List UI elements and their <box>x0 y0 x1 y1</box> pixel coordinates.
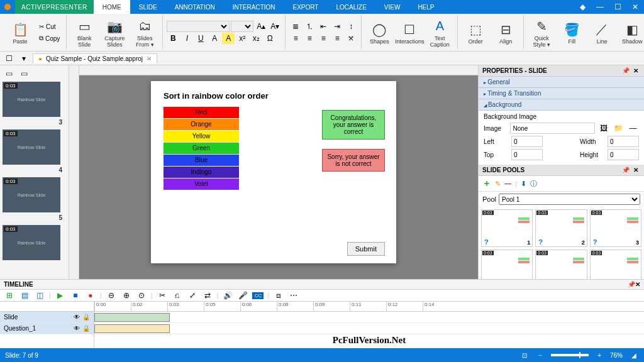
blank-slide-button[interactable]: ▭Blank Slide <box>70 16 98 49</box>
valign-icon[interactable]: ⤧ <box>345 33 357 44</box>
stop-icon[interactable]: ■ <box>70 291 81 300</box>
height-input[interactable] <box>608 149 639 160</box>
slide-thumb[interactable]: 0:03Rainbow Slide <box>3 177 60 212</box>
feedback-correct[interactable]: Congratulations, your answer is correct <box>322 110 385 140</box>
pool-thumb[interactable]: 0:03 ?4 <box>481 250 533 279</box>
eye-icon[interactable]: 👁 <box>74 325 80 332</box>
delete-pool-icon[interactable]: — <box>504 180 511 187</box>
color-item[interactable]: Red <box>164 107 239 118</box>
pin-icon[interactable]: 📌 <box>628 281 635 288</box>
snap-icon[interactable]: ⧈ <box>273 291 284 300</box>
capture-slides-button[interactable]: 📷Capture Slides <box>101 16 128 49</box>
left-input[interactable] <box>511 136 543 147</box>
slide-thumb[interactable]: 0:03Rainbow Slide <box>3 225 60 260</box>
bullets-icon[interactable]: ≣ <box>289 21 302 32</box>
copy-button[interactable]: ⧉Copy <box>36 33 62 44</box>
menu-localize[interactable]: LOCALIZE <box>327 0 375 14</box>
color-item[interactable]: Green <box>164 143 239 154</box>
question-clip[interactable] <box>94 324 170 333</box>
track-question[interactable]: Question_1👁🔒 <box>0 323 94 334</box>
font-family-select[interactable] <box>167 21 230 32</box>
zoom-in-icon[interactable]: ⊕ <box>121 291 132 300</box>
width-input[interactable] <box>608 136 639 147</box>
slides-from-button[interactable]: 🗂Slides From ▾ <box>131 16 158 49</box>
pool-thumb[interactable]: 0:03 ?5 <box>535 250 587 279</box>
tl-layers-icon[interactable]: ▤ <box>19 291 30 300</box>
pool-thumb[interactable]: 0:03 ?6 <box>590 250 641 279</box>
feedback-incorrect[interactable]: Sorry, your answer is not correct <box>322 149 385 172</box>
tl-range-icon[interactable]: ◫ <box>34 291 45 300</box>
minimize-icon[interactable]: — <box>591 0 609 14</box>
record-icon[interactable]: ● <box>85 291 96 300</box>
eye-icon[interactable]: 👁 <box>74 314 80 321</box>
zoom-out-icon[interactable]: ⊖ <box>106 291 117 300</box>
tl-add-icon[interactable]: ⊞ <box>4 291 15 300</box>
fill-button[interactable]: 🪣Fill <box>558 16 586 49</box>
tool2-icon[interactable]: ⤢ <box>187 291 198 300</box>
highlight-icon[interactable]: A <box>222 33 235 44</box>
menu-view[interactable]: VIEW <box>375 0 409 14</box>
maximize-icon[interactable]: ☐ <box>609 0 626 14</box>
order-button[interactable]: ⬚Order <box>462 16 489 49</box>
add-pool-icon[interactable]: ＋ <box>482 178 491 189</box>
shrink-font-icon[interactable]: A▾ <box>269 21 281 32</box>
line-spacing-icon[interactable]: ↕ <box>345 21 357 32</box>
color-item[interactable]: Indingo <box>164 167 239 178</box>
browse-image-icon[interactable]: 🖼 <box>597 123 609 134</box>
top-input[interactable] <box>511 149 543 160</box>
bold-icon[interactable]: B <box>167 33 179 44</box>
vol-icon[interactable]: 🔊 <box>222 291 233 300</box>
pool-select[interactable]: Pool 1 <box>499 194 640 205</box>
canvas-area[interactable]: Sort in rainbow color order RedOrangeYel… <box>69 65 478 279</box>
pool-thumb[interactable]: 0:03 ?2 <box>535 209 587 247</box>
numbering-icon[interactable]: ⒈ <box>303 21 316 32</box>
shapes-button[interactable]: ◯Shapes <box>365 16 393 49</box>
color-item[interactable]: Blue <box>164 155 239 166</box>
image-input[interactable] <box>510 123 595 134</box>
subscript-icon[interactable]: x₂ <box>250 33 262 44</box>
pin-icon[interactable]: 📌 <box>620 67 631 74</box>
cut-button[interactable]: ✂Cut <box>36 21 62 32</box>
indent-icon[interactable]: ⇥ <box>331 21 343 32</box>
section-background[interactable]: Background <box>479 99 644 111</box>
import-image-icon[interactable]: 📁 <box>613 123 625 134</box>
expand-icon[interactable]: ◢ <box>629 352 639 359</box>
slides-view-icon[interactable]: ▭ <box>3 68 15 79</box>
color-item[interactable]: Yellow <box>164 131 239 142</box>
edit-pool-icon[interactable]: ✎ <box>495 180 501 188</box>
section-timing[interactable]: Timing & Transition <box>479 88 644 99</box>
close-panel-icon[interactable]: ✕ <box>631 167 640 173</box>
justify-icon[interactable]: ≡ <box>331 33 343 44</box>
menu-home[interactable]: HOME <box>94 0 130 14</box>
menu-export[interactable]: EXPORT <box>284 0 328 14</box>
slide-thumb[interactable]: 0:03Rainbow Slide <box>3 82 60 117</box>
font-size-select[interactable] <box>231 21 253 32</box>
align-right-icon[interactable]: ≡ <box>317 33 330 44</box>
text-caption-button[interactable]: AText Caption <box>426 16 453 49</box>
close-tab-icon[interactable]: ✕ <box>147 55 152 62</box>
mic-icon[interactable]: 🎤 <box>237 291 248 300</box>
section-general[interactable]: General <box>479 77 644 88</box>
close-panel-icon[interactable]: ✕ <box>635 281 640 288</box>
new-doc-icon[interactable]: ☐ <box>3 53 15 64</box>
split-icon[interactable]: ✂ <box>157 291 168 300</box>
superscript-icon[interactable]: x² <box>236 33 248 44</box>
pool-thumb[interactable]: 0:03 ?3 <box>590 209 641 247</box>
grow-font-icon[interactable]: A▴ <box>255 21 267 32</box>
close-icon[interactable]: ✕ <box>626 0 644 14</box>
slide-clip[interactable] <box>94 313 170 322</box>
menu-annotation[interactable]: ANNOTATION <box>166 0 224 14</box>
style-toggle-icon[interactable]: ◆ <box>574 0 591 14</box>
submit-button[interactable]: Submit <box>347 242 385 256</box>
zoom-in-icon[interactable]: + <box>595 352 604 359</box>
shadow-button[interactable]: ◧Shadow <box>618 16 644 49</box>
align-button[interactable]: ⊟Align <box>492 16 519 49</box>
align-center-icon[interactable]: ≡ <box>303 33 316 44</box>
color-item[interactable]: Volet <box>164 178 239 190</box>
doc-dropdown-icon[interactable]: ▾ <box>18 53 30 64</box>
align-left-icon[interactable]: ≡ <box>289 33 302 44</box>
play-icon[interactable]: ▶ <box>55 291 66 300</box>
line-button[interactable]: ／Line <box>588 16 616 49</box>
pool-info-icon[interactable]: ⓘ <box>530 179 537 189</box>
document-tab[interactable]: ● Quiz Sample - Quiz Sample.approj ✕ <box>33 53 157 63</box>
